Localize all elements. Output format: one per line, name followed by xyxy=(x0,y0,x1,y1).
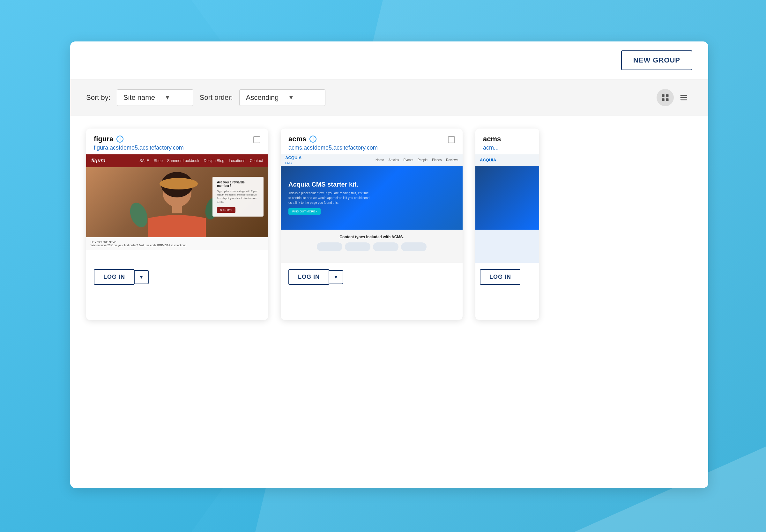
site-card-acms: acms i acms.acsfdemo5.acsitefactory.com … xyxy=(281,129,463,320)
main-panel: NEW GROUP Sort by: Site name ▼ Sort orde… xyxy=(70,41,708,488)
list-view-button[interactable] xyxy=(675,89,692,106)
acms-tab-1 xyxy=(317,242,342,251)
acms-logo: ACQUIACMS xyxy=(285,155,301,165)
figura-info-icon[interactable]: i xyxy=(116,136,123,143)
card-title-row-acms: acms i xyxy=(288,135,378,143)
acms2-login-area: LOG IN xyxy=(475,263,539,291)
card-title-row-figura: figura i xyxy=(94,135,184,143)
figura-url[interactable]: figura.acsfdemo5.acsitefactory.com xyxy=(94,144,184,151)
site-card-acms2: acms acm... ACQUIA LOG IN xyxy=(475,129,539,320)
figura-site-name: figura xyxy=(94,135,113,143)
acms2-nav-logo: ACQUIA xyxy=(480,158,496,162)
acms2-url[interactable]: acm... xyxy=(483,144,501,151)
acms-tab-3 xyxy=(373,242,398,251)
figura-login-dropdown-button[interactable]: ▼ xyxy=(134,270,149,284)
sort-by-label: Sort by: xyxy=(86,93,110,102)
svg-rect-7 xyxy=(680,95,687,96)
card-title-area-acms2: acms acm... xyxy=(483,135,501,151)
figura-nav: figura SALE Shop Summer Lookbook Design … xyxy=(86,154,268,167)
acms2-screenshot: ACQUIA xyxy=(475,154,539,263)
svg-rect-6 xyxy=(666,98,668,101)
card-title-area-figura: figura i figura.acsfdemo5.acsitefactory.… xyxy=(94,135,184,151)
figura-nav-links: SALE Shop Summer Lookbook Design Blog Lo… xyxy=(139,159,263,163)
site-card-figura: figura i figura.acsfdemo5.acsitefactory.… xyxy=(86,129,268,320)
acms-url[interactable]: acms.acsfdemo5.acsitefactory.com xyxy=(288,144,378,151)
acms-nav: ACQUIACMS Home Articles Events People Pl… xyxy=(281,154,463,166)
grid-view-button[interactable] xyxy=(657,89,674,106)
acms-cta-button: FIND OUT MORE › xyxy=(288,208,321,215)
figura-login-button[interactable]: LOG IN xyxy=(94,269,134,285)
svg-point-15 xyxy=(127,200,151,230)
cards-container: figura i figura.acsfdemo5.acsitefactory.… xyxy=(70,116,708,333)
svg-rect-14 xyxy=(172,205,182,213)
svg-point-13 xyxy=(160,178,198,189)
acms-hero-text: Acquia CMS starter kit. This is a placeh… xyxy=(288,181,371,215)
acms2-hero-partial xyxy=(475,166,539,230)
acms-content: Content types included with ACMS. xyxy=(281,230,463,256)
figura-promo-btn: SIGN UP › xyxy=(217,207,235,213)
card-header-acms: acms i acms.acsfdemo5.acsitefactory.com xyxy=(281,129,463,154)
card-header-figura: figura i figura.acsfdemo5.acsitefactory.… xyxy=(86,129,268,154)
card-title-area-acms: acms i acms.acsfdemo5.acsitefactory.com xyxy=(288,135,378,151)
new-group-button[interactable]: NEW GROUP xyxy=(621,50,692,70)
figura-secondary: HEY YOU'RE NEW! Wanna save 20% on your f… xyxy=(86,237,268,250)
card-header-acms2: acms acm... xyxy=(475,129,539,154)
svg-rect-8 xyxy=(680,97,687,98)
svg-rect-3 xyxy=(662,94,665,97)
figura-screenshot: figura SALE Shop Summer Lookbook Design … xyxy=(86,154,268,263)
figura-hero: Are you a rewards member? Sign up for ex… xyxy=(86,167,268,237)
sort-by-select[interactable]: Site name ▼ xyxy=(117,89,193,106)
sort-order-value: Ascending xyxy=(246,93,279,102)
figura-promo-box: Are you a rewards member? Sign up for ex… xyxy=(212,177,264,217)
acms-tab-4 xyxy=(401,242,427,251)
acms-login-button[interactable]: LOG IN xyxy=(288,269,329,285)
grid-icon xyxy=(661,93,670,102)
acms-login-dropdown-button[interactable]: ▼ xyxy=(329,270,343,284)
acms2-login-button[interactable]: LOG IN xyxy=(480,269,520,285)
list-icon xyxy=(679,93,688,102)
acms-tab-2 xyxy=(345,242,370,251)
sort-order-chevron-icon: ▼ xyxy=(288,94,294,101)
acms-screenshot: ACQUIACMS Home Articles Events People Pl… xyxy=(281,154,463,263)
view-toggle xyxy=(657,89,692,106)
svg-rect-4 xyxy=(666,94,668,97)
acms-hero: Acquia CMS starter kit. This is a placeh… xyxy=(281,166,463,230)
sort-by-chevron-icon: ▼ xyxy=(165,94,170,101)
sort-by-value: Site name xyxy=(123,93,155,102)
acms-nav-links: Home Articles Events People Places Revie… xyxy=(376,158,458,162)
acms-checkbox[interactable] xyxy=(448,136,455,143)
acms-card-footer: LOG IN ▼ xyxy=(281,263,463,291)
figura-checkbox[interactable] xyxy=(253,136,260,143)
acms-info-icon[interactable]: i xyxy=(309,136,316,143)
svg-rect-9 xyxy=(680,100,687,100)
card-title-row-acms2: acms xyxy=(483,135,501,143)
figura-card-footer: LOG IN ▼ xyxy=(86,263,268,291)
svg-rect-5 xyxy=(662,98,665,101)
acms2-site-name: acms xyxy=(483,135,501,143)
acms-site-name: acms xyxy=(288,135,306,143)
top-bar: NEW GROUP xyxy=(70,41,708,79)
figura-logo: figura xyxy=(91,158,105,164)
filter-bar: Sort by: Site name ▼ Sort order: Ascendi… xyxy=(70,79,708,116)
acms-tabs xyxy=(286,242,457,251)
sort-order-label: Sort order: xyxy=(200,93,233,102)
sort-order-select[interactable]: Ascending ▼ xyxy=(239,89,325,106)
